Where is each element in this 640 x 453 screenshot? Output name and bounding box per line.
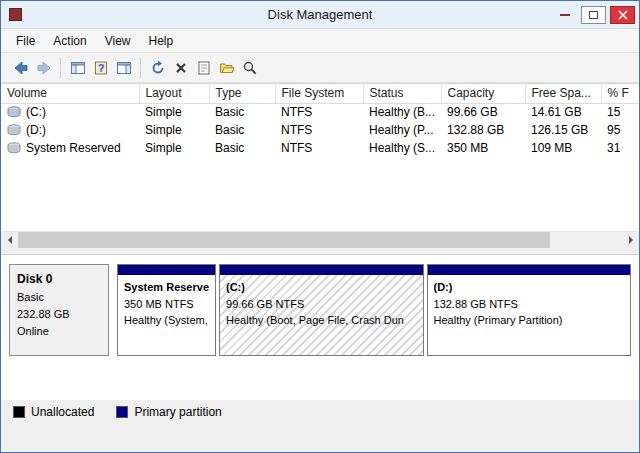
cell-pct-free: 95: [601, 121, 639, 139]
table-header-row: Volume Layout Type File System Status Ca…: [1, 84, 639, 103]
cell-type: Basic: [209, 121, 275, 139]
svg-text:?: ?: [97, 62, 104, 74]
search-icon: [242, 60, 258, 76]
volume-row-c[interactable]: (C:) Simple Basic NTFS Healthy (B... 99.…: [1, 103, 639, 121]
partition-status: Healthy (Boot, Page File, Crash Dun: [226, 312, 417, 329]
disk-management-window: Disk Management File Action View Help: [0, 0, 640, 453]
scrollbar-thumb[interactable]: [18, 232, 550, 248]
cell-free-space: 14.61 GB: [525, 103, 601, 121]
volume-icon: [7, 106, 21, 118]
partition-color-bar: [220, 265, 423, 275]
forward-icon: [36, 60, 52, 76]
titlebar[interactable]: Disk Management: [1, 1, 639, 29]
maximize-icon: [589, 11, 598, 19]
window-title: Disk Management: [1, 7, 639, 22]
cell-pct-free: 31: [601, 139, 639, 157]
find-button[interactable]: [238, 56, 261, 79]
minimize-icon: [560, 14, 570, 16]
disk-status: Online: [17, 323, 101, 340]
cell-layout: Simple: [139, 139, 209, 157]
primary-partition-swatch: [116, 406, 128, 418]
back-icon: [13, 60, 29, 76]
refresh-icon: [150, 60, 166, 76]
column-header-volume[interactable]: Volume: [1, 84, 139, 103]
disk-type: Basic: [17, 289, 101, 306]
window-icon[interactable]: [9, 8, 22, 21]
delete-icon: [173, 60, 189, 76]
toolbar: ?: [1, 53, 639, 83]
volume-list: Volume Layout Type File System Status Ca…: [1, 83, 639, 231]
scrollbar-track[interactable]: [18, 232, 622, 248]
close-icon: [618, 10, 628, 20]
volume-row-d[interactable]: (D:) Simple Basic NTFS Healthy (P... 132…: [1, 121, 639, 139]
open-folder-button[interactable]: [215, 56, 238, 79]
cell-free-space: 126.15 GB: [525, 121, 601, 139]
menu-action[interactable]: Action: [44, 31, 95, 51]
legend-item-primary-partition: Primary partition: [116, 405, 221, 419]
action-pane-icon: [116, 60, 132, 76]
close-button[interactable]: [610, 6, 635, 24]
open-folder-icon: [219, 60, 235, 76]
partition-color-bar: [428, 265, 631, 275]
scroll-right-icon: [629, 236, 633, 244]
maximize-button[interactable]: [581, 6, 606, 24]
graphical-view: Disk 0 Basic 232.88 GB Online System Res…: [1, 254, 639, 400]
partition-name: System Reserve: [124, 279, 209, 296]
help-icon: ?: [93, 60, 109, 76]
console-tree-button[interactable]: [66, 56, 89, 79]
partition-system-reserved[interactable]: System Reserve 350 MB NTFS Healthy (Syst…: [117, 264, 216, 356]
menu-view[interactable]: View: [96, 31, 140, 51]
column-header-layout[interactable]: Layout: [139, 84, 209, 103]
partition-size: 350 MB NTFS: [124, 296, 209, 313]
cell-capacity: 132.88 GB: [441, 121, 525, 139]
properties-button[interactable]: [192, 56, 215, 79]
legend-item-unallocated: Unallocated: [13, 405, 94, 419]
column-header-status[interactable]: Status: [363, 84, 441, 103]
menu-bar: File Action View Help: [1, 29, 639, 53]
scroll-left-button[interactable]: [1, 232, 18, 248]
cell-status: Healthy (S...: [363, 139, 441, 157]
partition-name: (D:): [434, 279, 625, 296]
menu-help[interactable]: Help: [140, 31, 183, 51]
cell-file-system: NTFS: [275, 139, 363, 157]
volume-name: System Reserved: [26, 141, 121, 155]
back-button[interactable]: [9, 56, 32, 79]
forward-button[interactable]: [32, 56, 55, 79]
refresh-button[interactable]: [146, 56, 169, 79]
scroll-left-icon: [8, 236, 12, 244]
volume-row-system-reserved[interactable]: System Reserved Simple Basic NTFS Health…: [1, 139, 639, 157]
legend-label: Unallocated: [31, 405, 94, 419]
cell-file-system: NTFS: [275, 121, 363, 139]
column-header-type[interactable]: Type: [209, 84, 275, 103]
horizontal-scrollbar[interactable]: [1, 231, 639, 248]
partition-name: (C:): [226, 279, 417, 296]
scroll-right-button[interactable]: [622, 232, 639, 248]
partition-status: Healthy (System,: [124, 312, 209, 329]
delete-volume-button[interactable]: [169, 56, 192, 79]
cell-capacity: 99.66 GB: [441, 103, 525, 121]
legend-label: Primary partition: [134, 405, 221, 419]
properties-icon: [196, 60, 212, 76]
disk-0-info[interactable]: Disk 0 Basic 232.88 GB Online: [9, 264, 109, 356]
action-pane-button[interactable]: [112, 56, 135, 79]
partition-c[interactable]: (C:) 99.66 GB NTFS Healthy (Boot, Page F…: [219, 264, 424, 356]
cell-type: Basic: [209, 103, 275, 121]
cell-free-space: 109 MB: [525, 139, 601, 157]
toolbar-separator: [60, 58, 61, 78]
column-header-free-space[interactable]: Free Spa...: [525, 84, 601, 103]
toolbar-separator: [140, 58, 141, 78]
cell-layout: Simple: [139, 121, 209, 139]
unallocated-swatch: [13, 406, 25, 418]
column-header-capacity[interactable]: Capacity: [441, 84, 525, 103]
help-button[interactable]: ?: [89, 56, 112, 79]
volume-table: Volume Layout Type File System Status Ca…: [1, 84, 639, 157]
column-header-file-system[interactable]: File System: [275, 84, 363, 103]
menu-file[interactable]: File: [7, 31, 44, 51]
column-header-pct-free[interactable]: % F: [601, 84, 639, 103]
minimize-button[interactable]: [552, 6, 577, 24]
cell-pct-free: 15: [601, 103, 639, 121]
partition-d[interactable]: (D:) 132.88 GB NTFS Healthy (Primary Par…: [427, 264, 632, 356]
cell-type: Basic: [209, 139, 275, 157]
legend: Unallocated Primary partition: [1, 400, 639, 424]
console-tree-icon: [70, 60, 86, 76]
